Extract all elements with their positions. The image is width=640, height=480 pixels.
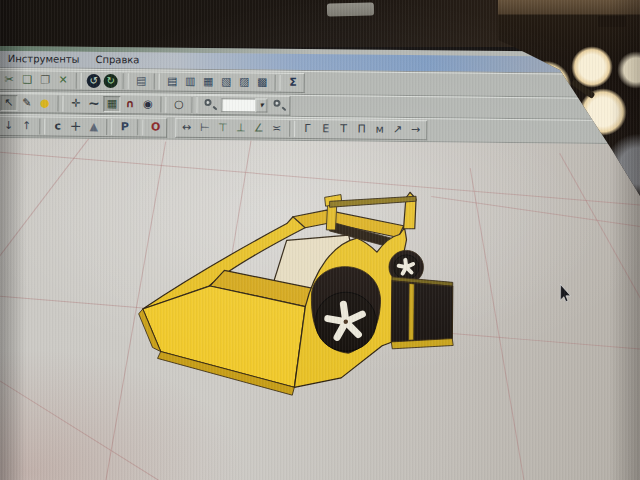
view-button-2-icon[interactable]: ▥	[182, 74, 199, 90]
dim-aligned-icon[interactable]: ∠	[250, 120, 267, 136]
circle-tool-icon[interactable]: ○	[170, 97, 187, 113]
toolbar-separator	[275, 75, 281, 91]
3d-viewport[interactable]	[0, 138, 640, 480]
orbit-tool-icon[interactable]: ◉	[139, 96, 156, 112]
magnifier-lens	[273, 100, 280, 107]
label-e-icon[interactable]: Е	[317, 121, 334, 137]
cad-app-window: ИнструментыСправка ✂❏❐✕↺↻▤▤▥▦▧▨▩Σ ↖✎●✛~▦…	[0, 46, 640, 480]
toolbar-separator	[39, 118, 45, 134]
red-circle-tool-icon[interactable]: O	[147, 119, 164, 135]
front-hub-dot	[344, 320, 349, 324]
polyline-arrow-icon[interactable]: →	[407, 122, 424, 138]
zoom-input[interactable]	[221, 98, 255, 112]
toolbar-separator	[154, 74, 160, 90]
magnifier-lens	[204, 99, 211, 106]
rear-hub	[404, 265, 409, 270]
leader-arrow-icon[interactable]: ↗	[389, 122, 406, 138]
paste-icon[interactable]: ❐	[37, 72, 54, 88]
delete-icon[interactable]: ✕	[55, 73, 72, 89]
toolbar-separator	[123, 73, 129, 89]
lightbulb-icon[interactable]: ●	[36, 95, 53, 111]
undo-icon[interactable]: ↺	[87, 74, 101, 88]
toolbar-separator	[137, 119, 143, 135]
toolbar-edit-group: ↓↑c+▲PO	[0, 116, 167, 138]
rotate-tool-icon[interactable]: c	[49, 119, 66, 135]
toolbar-tools-group: ↖✎●✛~▦∩◉○▾	[0, 93, 291, 116]
label-m-icon[interactable]: м	[371, 122, 388, 138]
view-button-1-icon[interactable]: ▤	[164, 74, 181, 90]
grid-toggle-icon[interactable]: ▦	[103, 96, 120, 112]
menu-tools[interactable]: Инструменты	[0, 52, 88, 67]
zoom-level-combo[interactable]: ▾	[221, 98, 267, 112]
dropdown-arrow-icon[interactable]: ▾	[255, 98, 267, 112]
curve-tool-icon[interactable]: ~	[85, 96, 102, 112]
copy-icon[interactable]: ❏	[19, 72, 36, 88]
toolbar-separator	[57, 96, 63, 112]
toolbar-dimension-group: ↔⊢⊤⊥∠≍ГЕТПм↗→	[175, 118, 427, 140]
zoom-in-icon[interactable]	[270, 98, 287, 114]
dim-bottom-icon[interactable]: ⊥	[232, 120, 249, 136]
magnifier-handle	[212, 106, 217, 111]
magnet-snap-icon[interactable]: ∩	[121, 96, 138, 112]
drawer-face	[391, 281, 453, 343]
dim-top-icon[interactable]: ⊤	[214, 120, 231, 136]
redo-icon[interactable]: ↻	[104, 74, 118, 88]
view-button-3-icon[interactable]: ▦	[200, 74, 217, 90]
sum-icon[interactable]: Σ	[285, 75, 302, 91]
arrow-down-tool-icon[interactable]: ↓	[0, 118, 17, 134]
toolbar-standard-group: ✂❏❐✕↺↻▤▤▥▦▧▨▩Σ	[0, 70, 305, 93]
toolbar-separator	[191, 97, 197, 113]
arrow-up-tool-icon[interactable]: ↑	[18, 118, 35, 134]
spoiler-bar	[330, 195, 416, 208]
cut-icon[interactable]: ✂	[1, 72, 18, 88]
bezel-hinge	[327, 2, 374, 16]
dim-horizontal-icon[interactable]: ↔	[178, 120, 195, 136]
toolbar-separator	[76, 73, 82, 89]
pan-tool-icon[interactable]: ✛	[67, 96, 84, 112]
zoom-out-icon[interactable]	[201, 97, 218, 113]
monitor-bezel	[0, 0, 640, 47]
menu-help[interactable]: Справка	[87, 53, 147, 68]
toolbar-separator	[106, 119, 112, 135]
view-button-6-icon[interactable]: ▩	[254, 74, 271, 90]
photo-of-laptop-screen: ИнструментыСправка ✂❏❐✕↺↻▤▤▥▦▧▨▩Σ ↖✎●✛~▦…	[0, 0, 640, 480]
move-tool-icon[interactable]: +	[67, 119, 84, 135]
label-p-icon[interactable]: П	[353, 121, 370, 137]
dim-offset-icon[interactable]: ≍	[268, 121, 285, 137]
magnifier-handle	[281, 106, 286, 111]
drawer-divider	[409, 283, 415, 340]
toolbar-separator	[289, 121, 295, 137]
view-button-5-icon[interactable]: ▨	[236, 74, 253, 90]
label-g-icon[interactable]: Г	[299, 121, 316, 137]
select-tool-icon[interactable]: ↖	[0, 95, 17, 111]
brush-tool-icon[interactable]: ✎	[18, 95, 35, 111]
triangle-tool-icon[interactable]: ▲	[85, 119, 102, 135]
car-bed-model[interactable]	[138, 190, 455, 397]
print-icon[interactable]: ▤	[133, 73, 150, 89]
mouse-cursor	[560, 284, 570, 301]
label-t-icon[interactable]: Т	[335, 121, 352, 137]
view-button-4-icon[interactable]: ▧	[218, 74, 235, 90]
dim-linear-icon[interactable]: ⊢	[196, 120, 213, 136]
toolbar-separator	[160, 97, 166, 113]
properties-tool-icon[interactable]: P	[116, 119, 133, 135]
